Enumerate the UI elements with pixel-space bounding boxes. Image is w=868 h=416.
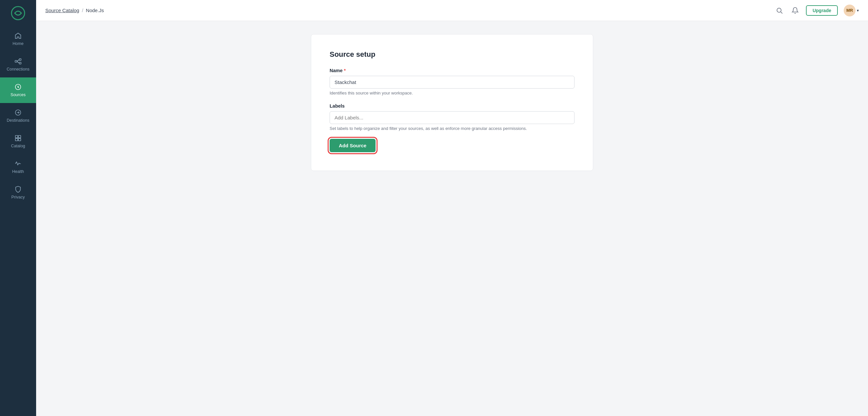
sidebar-item-connections[interactable]: Connections [0,52,36,77]
labels-input[interactable] [330,111,575,124]
sidebar-item-destinations[interactable]: Destinations [0,103,36,129]
svg-rect-11 [16,138,18,141]
header: Source Catalog / Node.Js Upgrade MR ▾ [36,0,868,21]
svg-rect-12 [19,138,21,141]
breadcrumb-current: Node.Js [86,7,104,13]
search-icon [776,7,783,14]
svg-line-14 [781,12,782,13]
sidebar-item-destinations-label: Destinations [7,118,30,123]
privacy-icon [14,186,22,193]
bell-icon [792,7,799,14]
notifications-button[interactable] [790,6,800,15]
main-content: Source Catalog / Node.Js Upgrade MR ▾ [36,0,868,416]
destinations-icon [14,109,22,116]
name-hint: Identifies this source within your works… [330,91,575,95]
chevron-down-icon: ▾ [857,8,859,13]
sources-icon [14,83,22,91]
add-source-button[interactable]: Add Source [330,139,376,152]
home-icon [14,32,22,39]
svg-line-4 [17,60,19,62]
labels-hint: Set labels to help organize and filter y… [330,126,575,131]
name-label: Name * [330,68,575,73]
sidebar-item-health-label: Health [12,169,24,174]
svg-rect-1 [15,60,17,62]
svg-point-0 [11,6,25,20]
form-title: Source setup [330,50,575,59]
page-content: Source setup Name * Identifies this sour… [36,21,868,416]
sidebar-item-health[interactable]: Health [0,154,36,180]
connections-icon [14,58,22,65]
svg-point-13 [777,8,781,12]
required-indicator: * [344,68,346,73]
breadcrumb: Source Catalog / Node.Js [45,7,104,13]
name-input[interactable] [330,76,575,89]
sidebar-item-home[interactable]: Home [0,26,36,52]
sidebar-item-catalog-label: Catalog [11,144,25,148]
sidebar-item-catalog[interactable]: Catalog [0,129,36,154]
avatar: MR [844,5,856,17]
labels-field-group: Labels Set labels to help organize and f… [330,103,575,131]
svg-rect-10 [19,135,21,138]
labels-label: Labels [330,103,575,108]
svg-rect-3 [19,62,21,64]
sidebar-logo [0,0,36,26]
sidebar-item-sources[interactable]: Sources [0,77,36,103]
catalog-icon [14,134,22,142]
avatar-dropdown[interactable]: MR ▾ [844,5,859,17]
header-right: Upgrade MR ▾ [774,5,859,17]
health-icon [14,160,22,167]
breadcrumb-source-catalog[interactable]: Source Catalog [45,7,79,13]
breadcrumb-separator: / [82,7,83,13]
sidebar-item-home-label: Home [12,41,23,46]
upgrade-button[interactable]: Upgrade [806,5,838,16]
svg-line-5 [17,61,19,63]
svg-point-7 [18,86,19,88]
sidebar-item-privacy-label: Privacy [11,195,25,199]
sidebar-item-sources-label: Sources [10,93,26,97]
svg-rect-9 [16,135,18,138]
sidebar-item-connections-label: Connections [6,67,30,71]
search-button[interactable] [774,6,784,15]
name-field-group: Name * Identifies this source within you… [330,68,575,95]
svg-rect-2 [19,59,21,61]
sidebar-item-privacy[interactable]: Privacy [0,180,36,205]
source-setup-card: Source setup Name * Identifies this sour… [311,34,593,171]
sidebar: Home Connections Sources Destinations [0,0,36,416]
